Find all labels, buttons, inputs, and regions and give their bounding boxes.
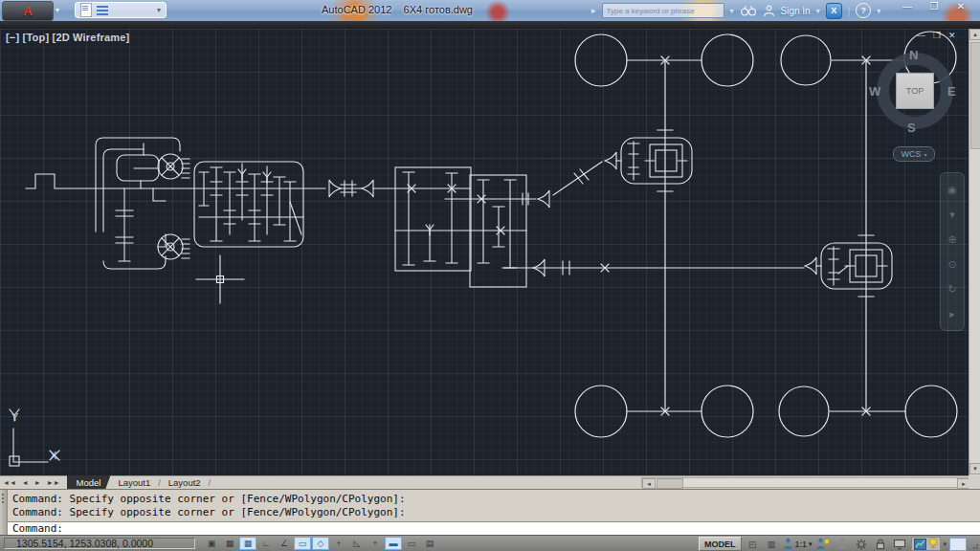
navigation-wheel-icon[interactable]: ◉ <box>947 185 957 195</box>
navbar-caret-icon[interactable]: ▾ <box>949 209 955 220</box>
viewcube-top-face[interactable]: TOP <box>896 73 934 109</box>
dynamic-ucs-toggle[interactable]: ◺ <box>348 537 366 550</box>
infocenter-collapse-icon[interactable]: ▸ <box>591 6 596 15</box>
isolate-objects-group <box>911 537 941 551</box>
engine-symbol[interactable] <box>26 174 325 188</box>
grid-display-toggle[interactable]: ▦ <box>239 537 256 550</box>
wheel <box>779 386 829 436</box>
horizontal-scrollbar[interactable]: ◄ ► <box>641 477 971 488</box>
viewcube-north[interactable]: N <box>909 48 918 62</box>
help-button[interactable]: ? <box>856 3 871 18</box>
infer-constraints-toggle[interactable]: ▣ <box>203 537 220 550</box>
performance-icon[interactable] <box>914 539 926 550</box>
viewcube-west[interactable]: W <box>869 84 880 99</box>
drawing-restore-button[interactable]: ❐ <box>933 31 941 40</box>
upper-driveshaft[interactable] <box>523 162 602 208</box>
clean-screen-button[interactable] <box>949 538 967 551</box>
annotation-scale-caret-icon: ▾ <box>809 540 813 548</box>
maximize-button[interactable]: ❐ <box>926 1 942 11</box>
prop-shaft-couplings[interactable] <box>329 180 470 197</box>
tab-nav-prev-icon[interactable]: ◄ <box>19 479 32 486</box>
sign-in-dropdown-icon[interactable]: ▾ <box>816 7 820 15</box>
close-button[interactable]: ✕ <box>953 1 969 11</box>
infocenter: ▸ Type a keyword or phrase ▾ Sign In ▾ X… <box>591 2 880 19</box>
wheel <box>905 386 957 437</box>
isolate-objects-bulb-icon[interactable] <box>928 538 938 550</box>
showmotion-icon[interactable]: ▸ <box>949 309 955 320</box>
collapsed-ribbon-strip <box>0 21 980 29</box>
ortho-mode-toggle[interactable]: ∟ <box>257 537 275 550</box>
lineweight-toggle[interactable]: ▬ <box>385 537 402 550</box>
search-dropdown-icon[interactable]: ▾ <box>730 7 734 15</box>
status-toggles: ▣▦▦∟∠▭◇+◺+▬▭▤ <box>203 537 438 550</box>
hardware-acceleration-button[interactable] <box>892 538 908 550</box>
wcs-menu[interactable]: WCS ▾ <box>893 146 935 162</box>
help-dropdown-icon[interactable]: ▾ <box>877 7 880 15</box>
scroll-down-button[interactable]: ▼ <box>969 463 980 474</box>
drawing-minimize-button[interactable]: — <box>917 31 925 40</box>
quick-properties-toggle[interactable]: ▤ <box>421 537 438 550</box>
command-history: Command: Specify opposite corner or [Fen… <box>8 491 980 521</box>
autoscale-button[interactable] <box>835 538 851 550</box>
3d-object-snap-toggle[interactable]: ◇ <box>312 537 329 550</box>
retarder-block[interactable] <box>96 138 189 269</box>
drivetrain-schematic[interactable] <box>0 29 969 475</box>
annotation-person-icon <box>783 538 793 550</box>
scroll-left-button[interactable]: ◄ <box>642 478 656 489</box>
ucs-y-label: Y <box>11 411 18 423</box>
annotation-visibility-button[interactable] <box>815 538 832 550</box>
tab-layout2[interactable]: Layout2 <box>161 476 209 489</box>
object-snap-toggle[interactable]: ▭ <box>294 537 311 550</box>
viewcube-south[interactable]: S <box>907 121 916 135</box>
differential-middle[interactable] <box>605 130 692 191</box>
wheel <box>781 35 831 85</box>
viewport-controls-label[interactable]: [−] [Top] [2D Wireframe] <box>6 32 129 43</box>
command-input[interactable]: Command: <box>8 521 980 536</box>
title-bar: A ▾ ▾ AutoCAD 2012 6X4 готов.dwg ▸ Type … <box>0 0 980 21</box>
horizontal-scroll-thumb[interactable] <box>657 478 683 489</box>
tab-nav-last-icon[interactable]: ►► <box>44 479 63 486</box>
model-space-canvas[interactable]: [−] [Top] [2D Wireframe] — ❐ ✕ N W E S T… <box>0 29 969 475</box>
lock-ui-button[interactable] <box>873 538 889 550</box>
tab-separator: / <box>209 478 212 488</box>
object-snap-tracking-toggle[interactable]: + <box>330 537 347 550</box>
dynamic-input-toggle[interactable]: + <box>367 537 384 550</box>
vertical-scrollbar[interactable]: ▲ ▼ <box>969 29 980 475</box>
quick-view-drawings-button[interactable]: ▥ <box>764 538 780 550</box>
workspace-switching-button[interactable] <box>854 538 870 550</box>
quick-view-layouts-button[interactable]: ◰ <box>745 538 761 550</box>
tab-model[interactable]: Model <box>67 475 111 490</box>
tab-layout1[interactable]: Layout1 <box>110 476 158 489</box>
vertical-scroll-thumb[interactable] <box>970 42 980 149</box>
tab-nav-first-icon[interactable]: ◄◄ <box>0 479 19 486</box>
minimize-button[interactable]: — <box>900 1 915 11</box>
orbit-icon[interactable]: ↻ <box>947 284 956 295</box>
polar-tracking-toggle[interactable]: ∠ <box>276 537 293 550</box>
model-space-button[interactable]: MODEL <box>699 537 742 551</box>
status-menu-caret-icon[interactable]: ▾ <box>944 540 947 548</box>
annotation-scale-button[interactable]: 1:1 ▾ <box>783 538 813 550</box>
zoom-icon[interactable]: ⊙ <box>947 259 956 270</box>
annotation-scale-value: 1:1 <box>795 540 808 549</box>
gearbox[interactable] <box>194 162 303 247</box>
command-history-line: Command: Specify opposite corner or [Fen… <box>12 493 406 505</box>
transparency-toggle[interactable]: ▭ <box>403 537 420 550</box>
navigation-bar[interactable]: ◉▾⊕⊙↻▸ <box>940 172 965 331</box>
drawing-close-button[interactable]: ✕ <box>948 31 956 40</box>
coordinates-readout[interactable]: 1305.5154, 1253.0308, 0.0000 <box>4 538 195 549</box>
lower-driveshaft[interactable] <box>502 259 804 276</box>
wheel <box>575 34 627 86</box>
sign-in-person-icon[interactable] <box>763 5 775 17</box>
autodesk-exchange-button[interactable]: X <box>826 3 842 19</box>
sign-in-link[interactable]: Sign In <box>781 6 811 16</box>
viewcube-east[interactable]: E <box>947 84 956 99</box>
snap-mode-toggle[interactable]: ▦ <box>221 537 238 550</box>
pan-icon[interactable]: ⊕ <box>947 234 956 245</box>
command-window-grip[interactable] <box>0 490 8 536</box>
differential-rear[interactable] <box>805 235 892 297</box>
search-binoculars-icon[interactable] <box>740 5 757 17</box>
transfer-case[interactable] <box>395 167 536 287</box>
scroll-up-button[interactable]: ▲ <box>969 29 980 40</box>
tab-nav-next-icon[interactable]: ► <box>32 479 44 486</box>
infocenter-search-input[interactable]: Type a keyword or phrase <box>602 3 724 18</box>
